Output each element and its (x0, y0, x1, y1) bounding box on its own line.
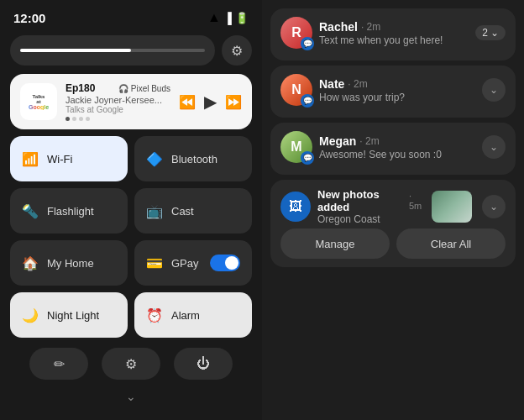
photo-notif[interactable]: 🖼 New photos added · 5m Oregon Coast ⌄ M… (270, 180, 516, 267)
photo-subtitle: Oregon Coast (317, 213, 425, 225)
notif-name-nate: Nate (319, 77, 344, 91)
flashlight-label: Flashlight (47, 205, 94, 218)
myhome-tile[interactable]: 🏠 My Home (10, 240, 128, 286)
notif-body-megan: Megan · 2m Awesome! See you soon :0 (319, 134, 475, 160)
notif-action-bar: Manage Clear All (280, 228, 506, 259)
power-icon: ⏻ (196, 356, 210, 371)
photo-title: New photos added (317, 188, 404, 213)
message-icon-megan: 💬 (301, 151, 314, 165)
expand-megan[interactable]: ⌄ (482, 135, 506, 159)
media-card[interactable]: Talks at Google Ep180 🎧 Pixel Buds Jacki… (10, 74, 252, 129)
bottom-bar: ✏ ⚙ ⏻ (10, 348, 252, 380)
media-title-row: Ep180 🎧 Pixel Buds (66, 82, 170, 94)
avatar-rachel: R 💬 (280, 17, 312, 49)
gpay-tile[interactable]: 💳 GPay (134, 240, 252, 286)
flashlight-tile[interactable]: 🔦 Flashlight (10, 188, 128, 234)
notif-text-rachel: Text me when you get here! (319, 34, 469, 46)
media-source: Talks at Google (66, 105, 170, 114)
dot-1 (66, 117, 70, 121)
skip-forward-button[interactable]: ⏩ (225, 94, 242, 110)
notif-time-nate: · 2m (348, 78, 367, 90)
left-panel: 12:00 ▲ ▐ 🔋 ⚙ Talks at Google Ep180 🎧 (0, 0, 262, 420)
edit-button[interactable]: ✏ (29, 348, 88, 380)
gpay-toggle[interactable] (210, 255, 240, 271)
clear-all-button[interactable]: Clear All (396, 228, 506, 259)
media-controls: ⏪ ▶ ⏩ (179, 92, 242, 112)
cast-label: Cast (171, 205, 194, 218)
notif-actions-nate: ⌄ (482, 78, 506, 102)
skip-back-button[interactable]: ⏪ (179, 94, 196, 110)
chevron-row: ⌄ (10, 390, 252, 403)
notif-header-megan: M 💬 Megan · 2m Awesome! See you soon :0 … (280, 131, 506, 163)
wifi-icon: 📶 (22, 151, 39, 167)
notif-time-megan: · 2m (359, 135, 379, 147)
brightness-row: ⚙ (10, 34, 252, 67)
notif-body-rachel: Rachel · 2m Text me when you get here! (319, 20, 469, 46)
dot-3 (79, 117, 83, 121)
photo-info: New photos added · 5m Oregon Coast (317, 188, 425, 225)
flashlight-icon: 🔦 (22, 203, 39, 219)
notif-text-megan: Awesome! See you soon :0 (319, 149, 475, 160)
status-icons: ▲ ▐ 🔋 (207, 10, 249, 25)
notif-nate[interactable]: N 💬 Nate · 2m How was your trip? ⌄ (270, 66, 516, 118)
right-panel: R 💬 Rachel · 2m Text me when you get her… (262, 0, 524, 420)
alarm-tile[interactable]: ⏰ Alarm (134, 292, 252, 338)
notif-name-row-megan: Megan · 2m (319, 134, 475, 148)
battery-icon: 🔋 (235, 12, 249, 24)
bluetooth-label: Bluetooth (171, 153, 217, 165)
nightlight-tile[interactable]: 🌙 Night Light (10, 292, 128, 338)
notif-megan[interactable]: M 💬 Megan · 2m Awesome! See you soon :0 … (270, 123, 516, 175)
cast-icon: 📺 (146, 203, 163, 219)
notif-name-row-rachel: Rachel · 2m (319, 20, 469, 34)
nightlight-label: Night Light (47, 309, 99, 322)
expand-photo[interactable]: ⌄ (482, 195, 506, 218)
media-device: 🎧 Pixel Buds (118, 84, 170, 93)
wifi-tile[interactable]: 📶 Wi-Fi (10, 136, 128, 181)
nightlight-icon: 🌙 (22, 307, 39, 323)
notif-name-row-nate: Nate · 2m (319, 77, 475, 91)
power-button[interactable]: ⏻ (174, 348, 233, 380)
notif-name-rachel: Rachel (319, 20, 358, 34)
logo-google: Google (29, 104, 49, 110)
media-device-name: Pixel Buds (131, 84, 170, 93)
message-icon-nate: 💬 (301, 94, 314, 108)
media-logo: Talks at Google (20, 83, 57, 120)
play-button[interactable]: ▶ (204, 92, 217, 112)
photo-time: · 5m (409, 191, 425, 211)
media-episode: Ep180 (66, 82, 95, 94)
wifi-status-icon: ▲ (207, 10, 221, 25)
avatar-megan: M 💬 (280, 131, 312, 163)
alarm-icon: ⏰ (146, 307, 163, 323)
notif-rachel[interactable]: R 💬 Rachel · 2m Text me when you get her… (270, 8, 516, 60)
brightness-slider[interactable] (10, 35, 215, 66)
photo-notif-top: 🖼 New photos added · 5m Oregon Coast ⌄ (280, 188, 506, 225)
media-artist: Jackie Joyner-Kersee... (66, 95, 170, 105)
settings-bottom-button[interactable]: ⚙ (102, 348, 160, 380)
gpay-icon: 💳 (146, 255, 163, 271)
settings-button[interactable]: ⚙ (222, 35, 252, 66)
brightness-fill (20, 49, 131, 52)
notif-time-rachel: · 2m (361, 21, 380, 33)
myhome-label: My Home (47, 257, 94, 270)
notif-name-megan: Megan (319, 134, 356, 148)
manage-button[interactable]: Manage (280, 228, 390, 259)
notif-actions-megan: ⌄ (482, 135, 506, 159)
signal-icon: ▐ (224, 12, 232, 24)
brightness-track (20, 49, 205, 52)
expand-nate[interactable]: ⌄ (482, 78, 506, 102)
status-time: 12:00 (13, 11, 45, 25)
gear-bottom-icon: ⚙ (125, 356, 137, 372)
home-icon: 🏠 (22, 255, 39, 271)
bluetooth-tile[interactable]: 🔷 Bluetooth (134, 136, 252, 181)
status-bar: 12:00 ▲ ▐ 🔋 (10, 8, 252, 27)
notif-header-nate: N 💬 Nate · 2m How was your trip? ⌄ (280, 74, 506, 106)
notif-body-nate: Nate · 2m How was your trip? (319, 77, 475, 103)
notif-count-rachel[interactable]: 2 ⌄ (475, 25, 506, 40)
chevron-icon-rachel: ⌄ (490, 27, 499, 39)
cast-tile[interactable]: 📺 Cast (134, 188, 252, 234)
gpay-label: GPay (171, 257, 199, 270)
dot-2 (72, 117, 76, 121)
edit-icon: ✏ (54, 356, 65, 372)
alarm-label: Alarm (171, 309, 200, 322)
pixel-buds-icon: 🎧 (118, 84, 128, 93)
